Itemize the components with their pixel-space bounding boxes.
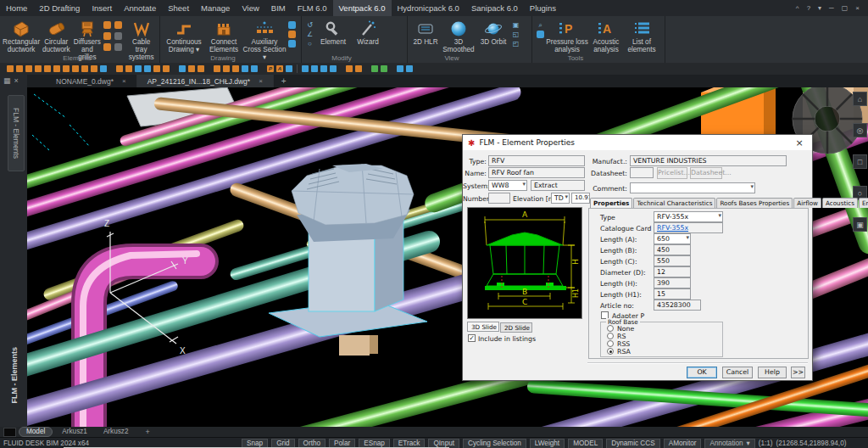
mini-tool-icon[interactable]: [198, 65, 204, 72]
viewport-tool-icon[interactable]: □: [853, 154, 867, 169]
continuous-drawing-button[interactable]: Continuous Drawing ▾: [163, 18, 205, 53]
datasheet-field[interactable]: [630, 167, 654, 178]
2d-hlr-button[interactable]: 2D HLR: [410, 18, 441, 46]
mini-tool-icon[interactable]: [7, 65, 14, 72]
toggle-cycling-selection[interactable]: Cycling Selection: [463, 439, 526, 448]
mini-tool-icon[interactable]: [153, 65, 160, 72]
mini-tool-icon[interactable]: [72, 65, 79, 72]
mini-tool-icon[interactable]: [125, 65, 132, 72]
dialog-titlebar[interactable]: ✱ FLM - Element Properties ×: [463, 135, 812, 150]
wizard-button[interactable]: Wizard: [351, 18, 385, 46]
length-a-combo[interactable]: 650▾: [654, 233, 691, 244]
menu-item-plugins[interactable]: Plugins: [524, 0, 562, 16]
mini-tool-icon[interactable]: [144, 65, 151, 72]
elevation-field[interactable]: 10.917: [571, 193, 590, 204]
menu-item-hydronicpack-6-0[interactable]: Hydronicpack 6.0: [392, 0, 465, 16]
radio-rs[interactable]: [607, 333, 614, 339]
cancel-button[interactable]: Cancel: [722, 367, 753, 378]
help-button[interactable]: Help: [758, 367, 787, 378]
pressure-loss-button[interactable]: P Pressure loss analysis: [546, 18, 588, 53]
radio-none[interactable]: [607, 325, 614, 332]
tab-acoustics[interactable]: Acoustics: [822, 198, 858, 208]
tab-errors[interactable]: Errors: [859, 198, 868, 208]
close-icon[interactable]: ×: [122, 77, 126, 85]
viewport-tool-icon[interactable]: ◎: [853, 123, 867, 137]
connect-elements-button[interactable]: Connect Elements: [205, 18, 242, 53]
new-tab-icon[interactable]: +: [274, 75, 294, 87]
quick-toolbar[interactable]: PA: [0, 63, 868, 75]
mini-tool-icon[interactable]: [63, 65, 70, 72]
mini-tool-icon[interactable]: [223, 65, 230, 72]
mini-tool-icon[interactable]: [311, 65, 318, 72]
mini-tool-icon[interactable]: [16, 65, 23, 72]
mini-tool-icon[interactable]: [346, 65, 353, 72]
mini-tool-icon[interactable]: [163, 65, 170, 72]
menu-item-ventpack-6-0[interactable]: Ventpack 6.0: [333, 0, 392, 16]
menu-item-manage[interactable]: Manage: [195, 0, 236, 16]
expand-button[interactable]: >>: [791, 367, 805, 378]
catalogue-card-link[interactable]: RFV-355x: [657, 224, 688, 232]
number-field[interactable]: [488, 193, 510, 204]
annotation-dropdown[interactable]: Annotation▾: [704, 439, 754, 448]
view-mini-icons[interactable]: ▣◱◰: [512, 18, 520, 48]
window-control-icon[interactable]: ▾: [818, 4, 821, 12]
flm-elements-tab[interactable]: FLM - Elements: [8, 95, 25, 171]
viewport-tool-icon[interactable]: ▣: [853, 217, 867, 232]
add-sheet-icon[interactable]: +: [137, 428, 157, 436]
mini-tool-icon[interactable]: [25, 65, 32, 72]
include-in-listings-checkbox[interactable]: ✓: [468, 334, 476, 342]
tab-roofs-bases-properties[interactable]: Roofs Bases Properties: [716, 198, 793, 208]
sheet-grid-icon[interactable]: [3, 428, 16, 437]
window-control-icon[interactable]: ▢: [842, 4, 849, 12]
menu-item-annotate[interactable]: Annotate: [118, 0, 162, 16]
close-icon[interactable]: ×: [259, 77, 263, 85]
toggle-lweight[interactable]: LWeight: [530, 439, 565, 448]
tab-properties[interactable]: Properties: [590, 198, 632, 208]
doc-tab-noname[interactable]: NONAME_0.dwg* ×: [46, 75, 137, 87]
menu-item-2d-drafting[interactable]: 2D Drafting: [33, 0, 86, 16]
pricelist-button[interactable]: Pricelist...: [657, 167, 687, 179]
window-control-icon[interactable]: ─: [829, 4, 834, 12]
elements-mini-icons[interactable]: [103, 18, 124, 53]
sheet-tab-arkusz1[interactable]: Arkusz1: [55, 428, 94, 436]
panel-icon[interactable]: ▦: [3, 76, 11, 85]
mini-tool-icon[interactable]: [100, 65, 107, 72]
mini-tool-icon[interactable]: [302, 65, 309, 72]
menu-item-home[interactable]: Home: [0, 0, 33, 16]
mini-tool-icon[interactable]: A: [276, 65, 283, 72]
toggle-dynamic-ccs[interactable]: Dynamic CCS: [606, 439, 659, 448]
mini-tool-icon[interactable]: [179, 65, 186, 72]
mini-tool-icon[interactable]: [188, 65, 195, 72]
tools-mini-icons[interactable]: ⌕: [537, 18, 544, 38]
mini-tool-icon[interactable]: [242, 65, 248, 72]
mini-tool-icon[interactable]: [286, 65, 292, 72]
mini-tool-icon[interactable]: [371, 65, 378, 72]
mini-tool-icon[interactable]: [135, 65, 142, 72]
drawing-mini-icons[interactable]: [288, 18, 296, 48]
sheet-tab-model[interactable]: Model: [19, 427, 53, 437]
radio-rss[interactable]: [607, 340, 614, 347]
mini-tool-icon[interactable]: [355, 65, 362, 72]
sheet-tab-arkusz2[interactable]: Arkusz2: [97, 428, 136, 436]
flm-elements-bottom-tab[interactable]: FLM - Elements: [6, 328, 23, 422]
mini-tool-icon[interactable]: [330, 65, 337, 72]
elevation-mode-combo[interactable]: TD▾: [551, 193, 570, 204]
window-control-icon[interactable]: ^: [796, 4, 799, 12]
mini-tool-icon[interactable]: [44, 65, 51, 72]
name-field[interactable]: RFV Roof fan: [488, 167, 585, 178]
type-field[interactable]: RFV: [488, 155, 585, 166]
list-of-elements-button[interactable]: List of elements: [624, 18, 659, 53]
datasheet-button[interactable]: Datasheet...: [690, 167, 722, 179]
acoustic-analysis-button[interactable]: A Acoustic analysis: [588, 18, 624, 53]
circular-ductwork-button[interactable]: Circular ductwork: [40, 18, 72, 53]
mini-tool-icon[interactable]: [251, 65, 258, 72]
mini-tool-icon[interactable]: [35, 65, 42, 72]
mini-tool-icon[interactable]: [214, 65, 220, 72]
3d-smoothed-button[interactable]: 3D Smoothed: [441, 18, 476, 53]
menu-item-flm-6-0[interactable]: FLM 6.0: [292, 0, 333, 16]
menu-item-insert[interactable]: Insert: [86, 0, 118, 16]
menu-item-bim[interactable]: BIM: [265, 0, 292, 16]
toggle-amonitor[interactable]: AMonitor: [664, 439, 702, 448]
3d-orbit-button[interactable]: 3D Orbit: [476, 18, 510, 46]
tab-airflow[interactable]: Airflow: [793, 198, 821, 208]
